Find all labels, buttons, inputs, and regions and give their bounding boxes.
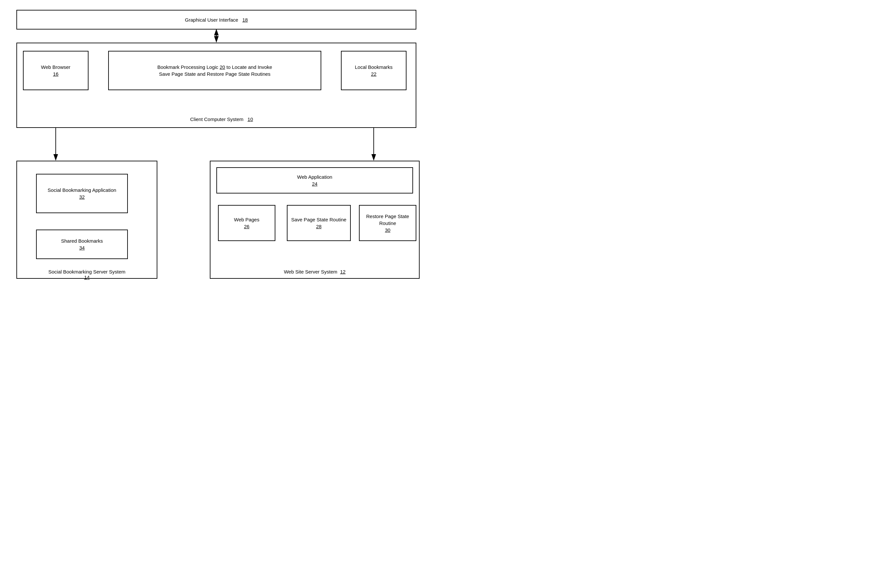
social-app-ref: 32 — [79, 194, 85, 200]
local-bookmarks-label: Local Bookmarks — [355, 64, 393, 70]
diagram: Graphical User Interface 18 Client Compu… — [0, 0, 436, 294]
social-server-label: Social Bookmarking Server System 14 — [26, 269, 147, 280]
bookmark-logic-label: Bookmark Processing Logic 20 to Locate a… — [154, 64, 276, 77]
web-browser-box: Web Browser 16 — [23, 51, 88, 90]
social-app-label: Social Bookmarking Application — [48, 187, 116, 194]
restore-page-label: Restore Page State Routine — [360, 213, 416, 226]
web-app-label: Web Application — [297, 174, 332, 180]
restore-page-ref: 30 — [385, 226, 390, 234]
save-page-ref: 28 — [316, 223, 322, 230]
web-pages-ref: 26 — [244, 223, 249, 230]
client-label: Client Computer System 10 — [190, 116, 253, 122]
local-bookmarks-box: Local Bookmarks 22 — [341, 51, 406, 90]
web-site-server-label: Web Site Server System 12 — [210, 269, 420, 274]
web-app-box: Web Application 24 — [216, 167, 413, 194]
shared-bookmarks-label: Shared Bookmarks — [61, 237, 103, 244]
social-app-box: Social Bookmarking Application 32 — [36, 174, 128, 213]
web-app-ref: 24 — [312, 180, 318, 187]
web-browser-ref: 16 — [53, 70, 59, 77]
web-pages-label: Web Pages — [234, 216, 259, 223]
save-page-state-box: Save Page State Routine 28 — [287, 205, 351, 241]
restore-page-state-box: Restore Page State Routine 30 — [359, 205, 417, 241]
bookmark-logic-box: Bookmark Processing Logic 20 to Locate a… — [108, 51, 321, 90]
web-browser-label: Web Browser — [41, 64, 70, 70]
web-pages-box: Web Pages 26 — [218, 205, 276, 241]
gui-label: Graphical User Interface 18 — [185, 16, 248, 23]
local-bookmarks-ref: 22 — [371, 70, 377, 77]
gui-box: Graphical User Interface 18 — [16, 10, 417, 30]
save-page-label: Save Page State Routine — [291, 216, 346, 223]
shared-bookmarks-box: Shared Bookmarks 34 — [36, 230, 128, 259]
shared-bookmarks-ref: 34 — [79, 244, 85, 251]
